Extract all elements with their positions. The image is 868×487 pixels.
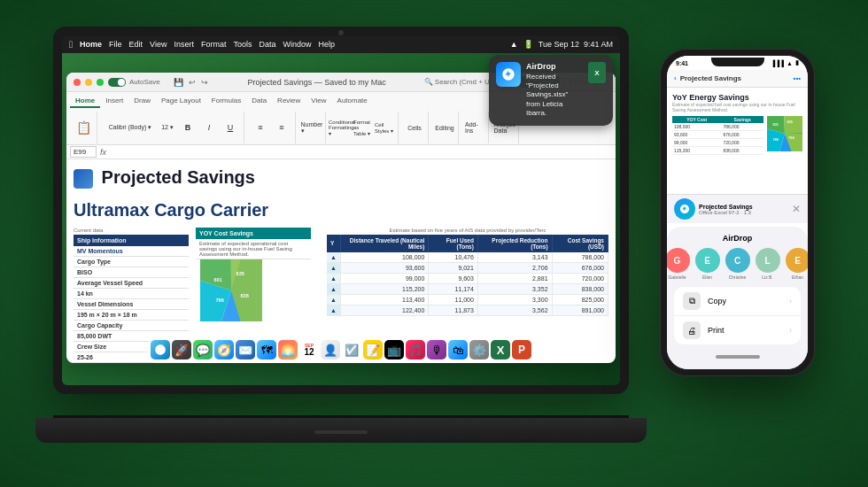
airdrop-text: AirDrop Received "Projected Savings.xlsx… [526,62,583,119]
tab-data[interactable]: Data [246,94,272,108]
tab-review[interactable]: Review [272,94,306,108]
dock-launchpad[interactable]: 🚀 [172,340,191,359]
dock-appstore[interactable]: 🛍 [448,340,468,359]
svg-text:601: 601 [213,276,221,282]
align-left-btn[interactable]: ≡ [251,118,270,137]
fullscreen-button[interactable] [97,79,104,86]
share-option-copy[interactable]: ⧉ Copy › [674,287,801,316]
battery-icon: 🔋 [523,40,533,49]
cell-reference[interactable]: E99 [70,146,97,158]
dock-maps[interactable]: 🗺 [257,340,276,359]
menu-format[interactable]: Format [201,40,227,49]
tab-insert[interactable]: Insert [100,94,128,108]
addins-btn[interactable]: Add-Ins [465,118,484,137]
svg-text:635: 635 [787,120,793,124]
main-data-table: Y Distance Traveled (Nautical Miles) Fue… [327,235,608,316]
menu-help[interactable]: Help [319,40,336,49]
align-center-btn[interactable]: ≡ [272,118,291,137]
table-row: 108,000786,000 [672,123,763,131]
dock-tv[interactable]: 📺 [384,340,404,359]
iphone-doc-title: YoY Energy Savings [672,93,802,102]
menu-window[interactable]: Window [283,40,312,49]
person-ellen[interactable]: E Ellen [695,248,720,280]
pie-chart: 601 635 838 786 [200,259,262,321]
dock-calendar[interactable]: SEP 12 [299,340,319,359]
save-btn[interactable]: 💾 [172,78,185,87]
datetime: Tue Sep 12 9:41 AM [539,40,613,49]
autosave-toggle[interactable] [108,78,126,87]
dock-safari[interactable]: 🧭 [214,340,234,359]
dock-finder[interactable] [151,340,170,359]
wifi-icon: ▲ [787,60,793,66]
share-close-btn[interactable]: ✕ [792,203,801,215]
format-table-btn[interactable]: Format as Table ▾ [353,118,373,137]
svg-text:838: 838 [241,293,249,298]
quick-access-toolbar: 💾 ↩ ↪ [172,78,210,87]
dock-music[interactable]: 🎵 [406,340,425,359]
number-format-btn[interactable]: Number ▾ [302,118,322,137]
col-fuel: Fuel Used (Tons) [429,235,478,252]
redo-btn[interactable]: ↪ [199,78,210,87]
menu-tools[interactable]: Tools [233,40,252,49]
svg-text:601: 601 [772,122,779,127]
dock-photos[interactable]: 🌅 [278,340,298,359]
minimize-button[interactable] [85,79,92,86]
table-row: ▲ 99,000 9,603 2,881 720,000 [327,273,608,283]
dock-reminders[interactable]: ☑️ [342,340,361,359]
table-row: 115,200838,000 [672,147,763,155]
dock-powerpoint[interactable]: P [512,340,531,359]
dock-notes[interactable]: 📝 [363,340,383,359]
spreadsheet-area: Projected Savings Ultramax Cargo Carrier… [66,159,616,363]
tab-draw[interactable]: Draw [128,94,156,108]
ellen-avatar: E [695,248,720,273]
menu-insert[interactable]: Insert [174,40,194,49]
close-button[interactable] [74,79,81,86]
macbook-notch [314,430,368,434]
tab-page-layout[interactable]: Page Layout [156,94,206,108]
tab-automate[interactable]: Automate [332,94,373,108]
col-distance: Distance Traveled (Nautical Miles) [340,235,428,252]
tab-formulas[interactable]: Formulas [206,94,246,108]
menu-edit[interactable]: Edit [129,40,143,49]
paste-btn[interactable]: 📋 [74,118,93,137]
conditional-format-btn[interactable]: Conditional Formatting ▾ [332,118,352,137]
battery-icon: ▮ [795,59,799,66]
dock-excel[interactable]: X [491,340,510,359]
dock-messages[interactable]: 💬 [193,340,213,359]
share-filesize: Office Excel 97-2 · 1.3 [699,210,753,215]
dock-podcasts[interactable]: 🎙 [427,340,446,359]
bold-btn[interactable]: B [178,118,198,137]
undo-btn[interactable]: ↩ [187,78,198,87]
cells-btn[interactable]: Cells [405,118,424,137]
italic-btn[interactable]: I [199,118,219,137]
autosave-label: AutoSave [129,78,160,86]
menu-excel[interactable]: Home [80,40,102,49]
font-size[interactable]: 12 ▾ [159,118,176,137]
share-option-print[interactable]: 🖨 Print › [674,316,801,344]
col-reduction: Projected Reduction (Tons) [477,235,552,252]
nav-back-icon[interactable]: ‹ [674,74,677,82]
tab-home[interactable]: Home [70,94,100,108]
airdrop-notification[interactable]: AirDrop Received "Projected Savings.xlsx… [489,55,613,126]
cell-styles-btn[interactable]: Cell Styles ▾ [375,118,394,137]
person-liz[interactable]: L Liz B. [756,248,780,280]
print-chevron: › [789,326,792,335]
menu-data[interactable]: Data [259,40,275,49]
dock-contacts[interactable]: 👤 [321,340,340,359]
dock-systemprefs[interactable]: ⚙️ [469,340,489,359]
menu-view[interactable]: View [150,40,167,49]
excel-sheet: Projected Savings Ultramax Cargo Carrier… [66,159,616,363]
font-selector[interactable]: Calibri (Body) ▾ [104,118,157,137]
person-ethan[interactable]: E Ethan [786,248,809,280]
underline-btn[interactable]: U [221,118,240,137]
person-gabrielle[interactable]: G Gabrielle [667,248,690,280]
person-christine[interactable]: C Christine [725,248,750,280]
tab-view[interactable]: View [306,94,331,108]
editing-btn[interactable]: Editing [435,118,454,137]
menu-file[interactable]: File [109,40,122,49]
share-file-info: Projected Savings Office Excel 97-2 · 1.… [699,204,753,215]
dock-mail[interactable]: ✉️ [236,340,255,359]
iphone-share-sheet: AirDrop G Gabrielle E Ellen C Christine [667,227,808,369]
nav-more-icon[interactable]: ••• [794,74,801,82]
table-row: MV Momentous [74,246,189,257]
